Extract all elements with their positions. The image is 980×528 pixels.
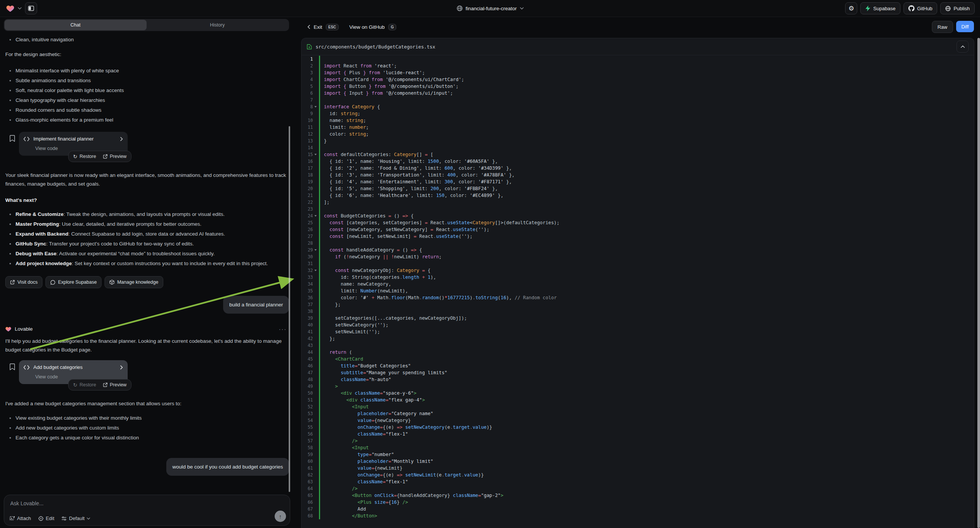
fold-spacer <box>313 363 318 369</box>
fold-spacer <box>313 97 318 103</box>
code-line: 55 onChange={(e) => setNewCategory(e.tar… <box>302 424 971 431</box>
composer-placeholder[interactable]: Ask Lovable... <box>10 500 44 506</box>
line-number: 65 <box>302 492 313 499</box>
visit-docs-button[interactable]: Visit docs <box>5 276 43 288</box>
fold-toggle-icon[interactable] <box>313 267 318 274</box>
file-header[interactable]: src/components/budget/BudgetCategories.t… <box>302 38 974 55</box>
explore-supabase-button[interactable]: Explore Supabase <box>45 276 102 288</box>
project-switcher[interactable]: financial-future-creator <box>457 5 523 11</box>
version-card-title: Implement financial planner <box>33 136 94 142</box>
code-line: 65 <Button onClick={handleAddCategory} c… <box>302 492 971 499</box>
fold-spacer <box>313 479 318 485</box>
code-line: 3import { Plus } from 'lucide-react'; <box>302 69 971 76</box>
github-button[interactable]: GitHub <box>904 2 937 14</box>
exit-button[interactable]: Exit ESC <box>307 24 339 30</box>
code-line: 10 name: string; <box>302 117 971 124</box>
external-link-icon <box>10 280 15 285</box>
manage-knowledge-button[interactable]: Manage knowledge <box>105 276 163 288</box>
fold-spacer <box>313 83 318 90</box>
line-number: 27 <box>302 233 313 240</box>
code-line: 5import { Button } from '@/components/ui… <box>302 83 971 90</box>
line-number: 17 <box>302 165 313 172</box>
line-number: 47 <box>302 369 313 376</box>
view-code-link[interactable]: View code <box>35 145 123 151</box>
preview-button[interactable]: Preview <box>103 382 127 388</box>
mode-select[interactable]: Default <box>61 515 90 521</box>
fold-toggle-icon[interactable] <box>313 103 318 110</box>
code-line: 18 { id: '3', name: 'Transportation', li… <box>302 172 971 178</box>
collapse-file-button[interactable] <box>956 41 969 52</box>
fold-spacer <box>313 69 318 76</box>
code-line: 48 className="h-auto" <box>302 376 971 383</box>
tab-history[interactable]: History <box>146 20 289 30</box>
line-number: 35 <box>302 288 313 294</box>
fold-spacer <box>313 56 318 62</box>
line-number: 7 <box>302 97 313 103</box>
top-bullet: Clean, intuitive navigation <box>5 35 289 45</box>
code-line: 12 color: string; <box>302 131 971 137</box>
bookmark-icon[interactable] <box>10 135 15 142</box>
fold-toggle-icon[interactable] <box>313 151 318 158</box>
code-line: 39 setCategories([...categories, newCate… <box>302 315 971 321</box>
lovable-heart-icon <box>5 326 11 332</box>
attach-button[interactable]: Attach <box>10 515 31 521</box>
line-number: 21 <box>302 192 313 199</box>
tab-chat[interactable]: Chat <box>5 20 146 30</box>
fold-spacer <box>313 403 318 410</box>
fold-toggle-icon[interactable] <box>313 247 318 253</box>
code-scrollbar[interactable] <box>977 38 980 528</box>
fold-spacer <box>313 465 318 472</box>
raw-toggle-button[interactable]: Raw <box>932 21 953 33</box>
view-on-github-button[interactable]: View on GitHub G <box>349 24 396 30</box>
line-number: 36 <box>302 294 313 301</box>
top-bar: financial-future-creator ⚙ Supabase GitH… <box>0 0 980 17</box>
chat-composer[interactable]: Ask Lovable... Attach Edit Default ↑ <box>4 495 290 526</box>
restore-button[interactable]: ↻ Restore <box>73 154 96 159</box>
code-line: 11 limit: number; <box>302 124 971 131</box>
send-button[interactable]: ↑ <box>275 511 286 522</box>
line-number: 6 <box>302 90 313 97</box>
line-number: 50 <box>302 390 313 396</box>
edit-button[interactable]: Edit <box>38 515 54 521</box>
code-line: 41 setNewLimit(''); <box>302 328 971 335</box>
preview-button[interactable]: Preview <box>103 154 127 159</box>
code-line: 46 title="Budget Categories" <box>302 363 971 369</box>
code-line: 47 subtitle="Manage your spending limits… <box>302 369 971 376</box>
restore-button[interactable]: ↻ Restore <box>73 382 96 388</box>
line-number: 49 <box>302 383 313 390</box>
code-line: 58 <Input <box>302 444 971 451</box>
view-code-link[interactable]: View code <box>35 374 123 380</box>
code-lines[interactable]: 12import React from 'react';3import { Pl… <box>302 55 971 528</box>
list-item: Clean typography with clear hierarchies <box>5 95 289 105</box>
external-link-icon <box>103 383 108 387</box>
line-number: 45 <box>302 356 313 363</box>
line-number: 16 <box>302 158 313 165</box>
supabase-button[interactable]: Supabase <box>860 2 900 14</box>
toggle-sidebar-button[interactable] <box>25 2 37 14</box>
quick-action-buttons: Visit docs Explore Supabase Manage knowl… <box>5 276 289 288</box>
logo-chevron-down-icon[interactable] <box>18 7 22 10</box>
message-options-button[interactable]: ··· <box>279 326 289 332</box>
lovable-logo-heart-icon[interactable] <box>6 5 14 12</box>
code-line: 45 <ChartCard <box>302 356 971 363</box>
diff-toggle-button[interactable]: Diff <box>956 21 974 32</box>
chat-scrollbar[interactable] <box>289 126 290 492</box>
line-number: 18 <box>302 172 313 178</box>
fold-spacer <box>313 165 318 172</box>
publish-button[interactable]: Publish <box>940 2 975 14</box>
fold-spacer <box>313 274 318 281</box>
code-line: 23 <box>302 206 971 213</box>
bookmark-icon[interactable] <box>10 363 15 371</box>
fold-spacer <box>313 131 318 137</box>
user-message-1: build a financial planner <box>223 296 289 313</box>
fold-toggle-icon[interactable] <box>313 213 318 219</box>
fold-spacer <box>313 369 318 376</box>
fold-spacer <box>313 444 318 451</box>
code-line: 49 > <box>302 383 971 390</box>
chat-message-list[interactable]: Clean, intuitive navigation For the desi… <box>0 32 294 493</box>
settings-button[interactable]: ⚙ <box>845 2 857 14</box>
line-number: 59 <box>302 451 313 458</box>
assistant-header: Lovable ··· <box>5 326 289 332</box>
fold-spacer <box>313 199 318 206</box>
code-line: 30 if (!newCategory || !newLimit) return… <box>302 253 971 260</box>
